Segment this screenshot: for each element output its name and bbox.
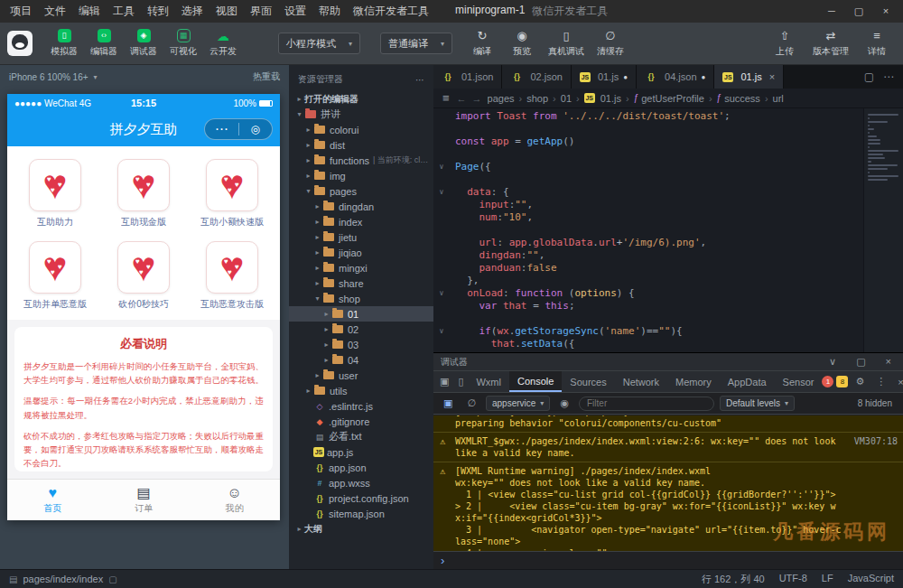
menu-item[interactable]: 界面 — [244, 0, 278, 23]
context-select[interactable]: appservice ▾ — [486, 396, 550, 411]
tree-item[interactable]: {}sitemap.json — [289, 506, 433, 521]
devtools-tab[interactable]: Console — [509, 371, 562, 392]
fold-chevron-icon[interactable]: ∨ — [433, 161, 450, 173]
tree-item[interactable]: ▸jiqiao — [289, 245, 433, 260]
fold-chevron-icon[interactable]: ∨ — [433, 186, 450, 199]
expand-icon[interactable]: ▢ — [852, 356, 870, 368]
console-filter-input[interactable] — [579, 397, 714, 411]
tabbar-item[interactable]: ☺我的 — [189, 480, 280, 520]
devtools-tab[interactable]: AppData — [720, 371, 775, 392]
close-icon[interactable]: × — [893, 377, 903, 387]
tree-item[interactable]: ▸dingdan — [289, 199, 433, 214]
tree-item[interactable]: ▸img — [289, 168, 433, 183]
tree-item[interactable]: ▸share — [289, 275, 433, 291]
preview-window-icon[interactable]: ▢ — [108, 574, 116, 584]
minimize-capsule-button[interactable]: ◎ — [239, 123, 273, 135]
more-button[interactable]: ⋯ — [205, 126, 238, 133]
tree-item[interactable]: ▸jietu — [289, 229, 433, 245]
close-icon[interactable]: × — [872, 0, 899, 23]
remote-debug-button[interactable]: ▯真机调试 — [548, 29, 584, 58]
cloud-dev-button[interactable]: ☁云开发 — [209, 29, 237, 58]
editor-tab[interactable]: {}04.json● — [637, 65, 714, 89]
menu-item[interactable]: 转到 — [141, 0, 175, 23]
log-levels-select[interactable]: Default levels ▾ — [720, 396, 795, 411]
breadcrumb-item[interactable]: pages — [488, 93, 515, 104]
tree-item[interactable]: ▸04 — [289, 352, 433, 368]
breadcrumb-item[interactable]: shop — [526, 93, 548, 104]
menu-item[interactable]: 微信开发者工具 — [347, 0, 435, 23]
explorer-menu-icon[interactable]: ⋯ — [415, 75, 424, 85]
explorer-section[interactable]: ▸大纲 — [289, 521, 433, 537]
preview-button[interactable]: ◉预览 — [508, 29, 535, 58]
status-item[interactable]: LF — [822, 573, 833, 586]
console-prompt[interactable]: › — [441, 554, 444, 567]
status-item[interactable]: 行 162，列 40 — [702, 573, 765, 586]
close-icon[interactable]: × — [881, 356, 896, 368]
minimize-icon[interactable]: ─ — [818, 0, 845, 23]
device-toolbar-icon[interactable]: ▯ — [453, 376, 468, 387]
editor-tab[interactable]: {}02.json — [502, 65, 571, 89]
maximize-icon[interactable]: ▢ — [845, 0, 872, 23]
version-control-button[interactable]: ⇄版本管理 — [813, 29, 849, 58]
menu-item[interactable]: 视图 — [209, 0, 244, 23]
tree-item[interactable]: ▸utils — [289, 383, 433, 398]
simulator-button[interactable]: ▯模拟器 — [51, 29, 78, 58]
tree-item[interactable]: ▾拼讲 — [289, 107, 433, 122]
tree-item[interactable]: ▤必看.txt — [289, 429, 433, 444]
breadcrumb-item[interactable]: url — [773, 93, 784, 104]
close-tab-icon[interactable]: × — [769, 71, 775, 82]
editor-tab[interactable]: JS01.js● — [572, 65, 637, 89]
more-actions-icon[interactable]: ⋯ — [883, 70, 894, 83]
editor-button[interactable]: ‹›编辑器 — [90, 29, 117, 58]
menu-icon[interactable]: ≡ — [442, 91, 450, 105]
user-avatar[interactable] — [7, 31, 33, 56]
tree-item[interactable]: ▸01 — [289, 306, 433, 322]
tree-item[interactable]: ▸mingxi — [289, 260, 433, 275]
mode-select[interactable]: 小程序模式 ▾ — [278, 33, 360, 54]
details-button[interactable]: ≡详情 — [863, 29, 890, 58]
clear-console-icon[interactable]: ∅ — [462, 397, 480, 409]
editor-tab[interactable]: {}01.json — [433, 65, 502, 89]
settings-gear-icon[interactable]: ⚙ — [851, 376, 869, 387]
tree-item[interactable]: ▾pages — [289, 183, 433, 199]
tree-item[interactable]: ▸dist — [289, 137, 433, 153]
error-badge[interactable]: 1 — [822, 376, 833, 387]
visualization-button[interactable]: ▦可视化 — [170, 29, 197, 58]
tree-item[interactable]: JSapp.js — [289, 444, 433, 460]
debugger-button[interactable]: ◈调试器 — [130, 29, 157, 58]
fold-chevron-icon[interactable]: ∨ — [433, 325, 450, 338]
devtools-tab[interactable]: Memory — [667, 371, 720, 392]
menu-item[interactable]: 编辑 — [72, 0, 107, 23]
tree-item[interactable]: ▸index — [289, 214, 433, 229]
breadcrumb-item[interactable]: 01 — [561, 93, 572, 104]
status-item[interactable]: UTF-8 — [779, 573, 807, 586]
tree-item[interactable]: ▸02 — [289, 322, 433, 337]
inspect-icon[interactable]: ▣ — [435, 376, 453, 387]
breadcrumb-item[interactable]: ƒsuccess — [717, 93, 760, 104]
back-icon[interactable]: ← — [457, 93, 467, 104]
hot-reload-toggle[interactable]: 热重载 — [253, 70, 280, 83]
devtools-tab[interactable]: Network — [615, 371, 667, 392]
clear-cache-button[interactable]: ∅清缓存 — [597, 29, 624, 58]
devtools-tab[interactable]: Sensor — [775, 371, 823, 392]
menu-item[interactable]: 帮助 — [312, 0, 347, 23]
tree-item[interactable]: {}project.config.json — [289, 490, 433, 506]
grid-app-item[interactable]: ♥♥♥♥互助并单恶意版 — [11, 241, 99, 311]
grid-app-item[interactable]: ♥♥♥♥互助现金版 — [99, 159, 188, 229]
forward-icon[interactable]: → — [472, 93, 482, 104]
tree-item[interactable]: {}app.json — [289, 460, 433, 475]
tree-item[interactable]: ▸functions| 当前环境: cl… — [289, 153, 433, 168]
inspect-element-icon[interactable]: ▣ — [439, 397, 457, 409]
tree-item[interactable]: ◇.eslintrc.js — [289, 398, 433, 414]
menu-item[interactable]: 选择 — [175, 0, 209, 23]
fold-chevron-icon[interactable]: ∨ — [433, 287, 450, 300]
kebab-menu-icon[interactable]: ⋮ — [871, 376, 890, 387]
tabbar-item[interactable]: ♥首页 — [7, 480, 98, 520]
menu-item[interactable]: 项目 — [4, 0, 38, 23]
collapse-icon[interactable]: ∨ — [824, 356, 841, 368]
menu-item[interactable]: 设置 — [278, 0, 312, 23]
tree-item[interactable]: ▸03 — [289, 337, 433, 352]
tabbar-item[interactable]: ▤订单 — [98, 480, 190, 520]
breadcrumb-item[interactable]: ƒgetUserProfile — [634, 93, 704, 104]
status-item[interactable]: JavaScript — [848, 573, 894, 586]
